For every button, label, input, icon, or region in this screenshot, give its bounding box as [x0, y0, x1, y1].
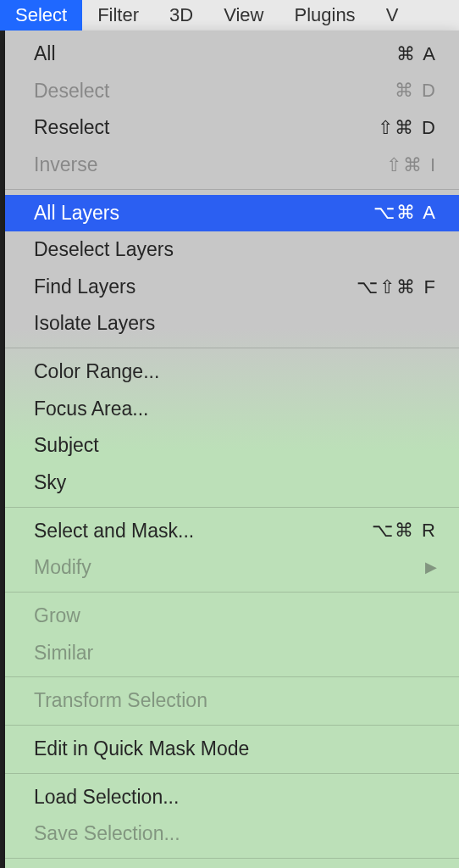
menubar: SelectFilter3DViewPluginsV [0, 0, 459, 31]
submenu-arrow-icon: ▶ [425, 556, 437, 580]
menu-item-load-selection[interactable]: Load Selection... [5, 779, 459, 816]
menu-item-label: Modify [34, 553, 91, 583]
menu-separator [5, 725, 459, 726]
menubar-item-label: Plugins [294, 4, 355, 26]
menu-separator [5, 348, 459, 348]
menu-item-label: All [34, 39, 56, 70]
menu-separator [5, 858, 459, 859]
menu-item-deselect: Deselect⌘ D [5, 73, 459, 110]
menu-item-isolate-layers[interactable]: Isolate Layers [5, 305, 459, 342]
menu-separator [5, 773, 459, 774]
menu-item-label: Edit in Quick Mask Mode [34, 734, 249, 765]
menu-item-label: Select and Mask... [34, 516, 194, 547]
menu-item-label: Reselect [34, 113, 109, 143]
menubar-item-plugins[interactable]: Plugins [279, 0, 370, 31]
menu-item-label: Subject [34, 431, 99, 461]
menu-item-new-3d-extrusion: New 3D Extrusion [5, 864, 459, 868]
menu-item-shortcut: ⇧⌘ D [378, 114, 437, 142]
menu-item-label: Find Layers [34, 272, 135, 303]
menu-item-sky[interactable]: Sky [5, 465, 459, 502]
menu-item-similar: Similar [5, 635, 459, 672]
menu-item-label: Inverse [34, 150, 97, 181]
menu-item-inverse: Inverse⇧⌘ I [5, 147, 459, 184]
select-menu-dropdown: All⌘ ADeselect⌘ DReselect⇧⌘ DInverse⇧⌘ I… [5, 31, 459, 868]
menubar-item-label: View [224, 4, 263, 26]
menu-item-label: Transform Selection [34, 686, 207, 716]
menubar-item-label: Filter [97, 4, 139, 26]
menu-item-select-and-mask[interactable]: Select and Mask...⌥⌘ R [5, 513, 459, 550]
menu-item-label: Sky [34, 468, 66, 498]
menubar-item-label: 3D [169, 4, 193, 26]
menu-item-shortcut: ⌘ D [395, 76, 437, 105]
menu-item-edit-in-quick-mask-mode[interactable]: Edit in Quick Mask Mode [5, 731, 459, 768]
menu-item-label: Focus Area... [34, 394, 149, 425]
menu-item-label: Isolate Layers [34, 309, 155, 339]
menu-item-label: All Layers [34, 198, 119, 229]
menu-item-focus-area[interactable]: Focus Area... [5, 391, 459, 428]
menu-item-modify: Modify▶ [5, 549, 459, 587]
menu-item-transform-selection: Transform Selection [5, 682, 459, 720]
menu-item-subject[interactable]: Subject [5, 427, 459, 465]
menu-item-deselect-layers[interactable]: Deselect Layers [5, 231, 459, 269]
menu-item-all-layers[interactable]: All Layers⌥⌘ A [5, 195, 459, 232]
menu-item-label: Grow [34, 601, 80, 632]
menu-separator [5, 676, 459, 677]
menu-separator [5, 189, 459, 190]
menubar-item-v[interactable]: V [371, 0, 414, 31]
menubar-item-3d[interactable]: 3D [154, 0, 208, 31]
menubar-item-select[interactable]: Select [0, 0, 82, 31]
menubar-item-view[interactable]: View [208, 0, 279, 31]
menu-item-save-selection: Save Selection... [5, 815, 459, 853]
menu-item-label: Deselect Layers [34, 235, 174, 265]
menu-item-shortcut: ⌥⌘ R [372, 516, 437, 545]
menu-item-shortcut: ⌥⌘ A [373, 198, 437, 227]
menu-item-shortcut: ⇧⌘ I [386, 151, 437, 180]
menu-separator [5, 592, 459, 593]
menu-item-shortcut: ⌘ A [396, 40, 437, 69]
menu-item-label: Deselect [34, 76, 109, 107]
menubar-item-filter[interactable]: Filter [82, 0, 154, 31]
menu-item-color-range[interactable]: Color Range... [5, 353, 459, 391]
menu-item-reselect[interactable]: Reselect⇧⌘ D [5, 109, 459, 147]
menu-item-find-layers[interactable]: Find Layers⌥⇧⌘ F [5, 269, 459, 306]
menu-item-label: Load Selection... [34, 782, 179, 813]
menubar-item-label: V [386, 4, 399, 26]
menu-item-label: Save Selection... [34, 819, 180, 849]
menu-item-shortcut: ⌥⇧⌘ F [357, 273, 437, 302]
menu-separator [5, 507, 459, 508]
menubar-item-label: Select [15, 4, 67, 26]
menu-item-all[interactable]: All⌘ A [5, 36, 459, 73]
menu-item-label: Color Range... [34, 357, 159, 387]
menu-item-grow: Grow [5, 598, 459, 635]
menu-item-label: Similar [34, 638, 93, 669]
